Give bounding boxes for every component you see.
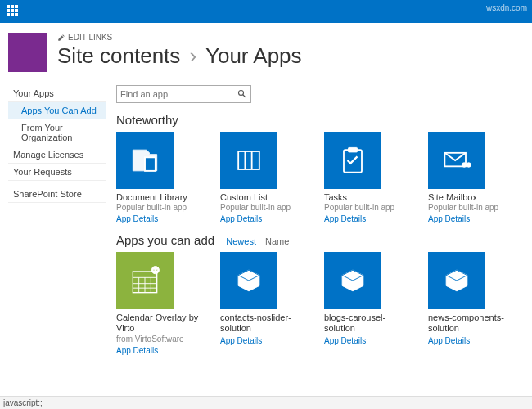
app-tile-custom-list[interactable]: Custom List Popular built-in app App Det… — [220, 132, 306, 223]
svg-rect-2 — [145, 157, 156, 171]
section-title-noteworthy: Noteworthy — [116, 113, 524, 127]
watermark: wsxdn.com — [486, 3, 527, 12]
breadcrumb: Site contents › Your Apps — [57, 43, 524, 69]
tile-name: Tasks — [324, 192, 410, 203]
svg-point-10 — [462, 163, 467, 168]
chevron-right-icon: › — [190, 43, 197, 68]
tile-subtitle: Popular built-in app — [324, 203, 410, 213]
app-tile-blogs-carousel[interactable]: blogs-carousel-solution App Details — [324, 252, 410, 354]
app-details-link[interactable]: App Details — [428, 214, 514, 223]
app-details-link[interactable]: App Details — [116, 346, 202, 355]
custom-list-icon — [220, 132, 277, 189]
app-details-link[interactable]: App Details — [324, 336, 410, 345]
page-header: EDIT LINKS Site contents › Your Apps — [0, 23, 532, 79]
tile-name: Site Mailbox — [428, 192, 514, 203]
search-icon[interactable] — [237, 89, 247, 99]
pencil-icon — [57, 34, 65, 42]
search-box[interactable] — [116, 85, 251, 103]
package-icon — [324, 252, 381, 309]
svg-point-0 — [239, 91, 244, 96]
tile-subtitle: Popular built-in app — [220, 203, 306, 213]
tile-name: news-components-solution — [428, 312, 514, 334]
filter-name[interactable]: Name — [265, 236, 289, 246]
svg-line-1 — [243, 95, 246, 97]
svg-point-20 — [153, 269, 155, 271]
app-details-link[interactable]: App Details — [220, 214, 306, 223]
site-mailbox-icon — [428, 132, 485, 189]
package-icon — [220, 252, 277, 309]
filter-newest[interactable]: Newest — [226, 236, 256, 246]
app-details-link[interactable]: App Details — [116, 214, 202, 223]
svg-point-11 — [467, 163, 471, 168]
tile-subtitle: Popular built-in app — [428, 203, 514, 213]
svg-point-21 — [156, 269, 158, 271]
main-content: Noteworthy Document Library Popular buil… — [106, 79, 532, 355]
section-title-can-add: Apps you can add Newest Name — [116, 233, 524, 247]
tile-name: contacts-noslider-solution — [220, 312, 306, 334]
suite-bar — [0, 0, 532, 23]
package-icon — [428, 252, 485, 309]
app-tile-document-library[interactable]: Document Library Popular built-in app Ap… — [116, 132, 202, 223]
tile-name: Calendar Overlay by Virto — [116, 312, 202, 334]
svg-rect-8 — [349, 147, 358, 152]
sidebar-item-sharepoint-store[interactable]: SharePoint Store — [8, 186, 106, 203]
app-tile-tasks[interactable]: Tasks Popular built-in app App Details — [324, 132, 410, 223]
breadcrumb-current: Your Apps — [205, 43, 302, 68]
app-tile-news-components[interactable]: news-components-solution App Details — [428, 252, 514, 354]
document-library-icon — [116, 132, 174, 189]
app-details-link[interactable]: App Details — [324, 214, 410, 223]
sidebar-item-your-apps[interactable]: Your Apps — [8, 85, 106, 102]
left-nav: Your Apps Apps You Can Add From Your Org… — [0, 79, 106, 355]
tile-name: Document Library — [116, 192, 202, 203]
app-tile-calendar-overlay[interactable]: Calendar Overlay by Virto from VirtoSoft… — [116, 252, 202, 354]
sidebar-item-apps-you-can-add[interactable]: Apps You Can Add — [8, 102, 106, 119]
app-tile-contacts-noslider[interactable]: contacts-noslider-solution App Details — [220, 252, 306, 354]
app-details-link[interactable]: App Details — [428, 336, 514, 345]
search-input[interactable] — [120, 89, 237, 99]
noteworthy-grid: Document Library Popular built-in app Ap… — [116, 132, 524, 223]
tasks-icon — [324, 132, 381, 189]
status-bar: javascript:; — [0, 396, 532, 409]
tile-name: blogs-carousel-solution — [324, 312, 410, 334]
can-add-grid: Calendar Overlay by Virto from VirtoSoft… — [116, 252, 524, 354]
sidebar-item-from-your-organization[interactable]: From Your Organization — [8, 119, 106, 146]
svg-rect-4 — [238, 151, 259, 169]
site-logo[interactable] — [8, 33, 47, 72]
calendar-overlay-icon — [116, 252, 174, 309]
app-details-link[interactable]: App Details — [220, 336, 306, 345]
breadcrumb-root[interactable]: Site contents — [57, 43, 180, 68]
tile-name: Custom List — [220, 192, 306, 203]
sidebar-item-your-requests[interactable]: Your Requests — [8, 164, 106, 181]
sidebar-item-manage-licenses[interactable]: Manage Licenses — [8, 146, 106, 164]
app-launcher-icon[interactable] — [7, 5, 20, 18]
edit-links-button[interactable]: EDIT LINKS — [57, 33, 524, 42]
tile-subtitle: Popular built-in app — [116, 203, 202, 213]
app-tile-site-mailbox[interactable]: Site Mailbox Popular built-in app App De… — [428, 132, 514, 223]
tile-subtitle: from VirtoSoftware — [116, 335, 202, 344]
